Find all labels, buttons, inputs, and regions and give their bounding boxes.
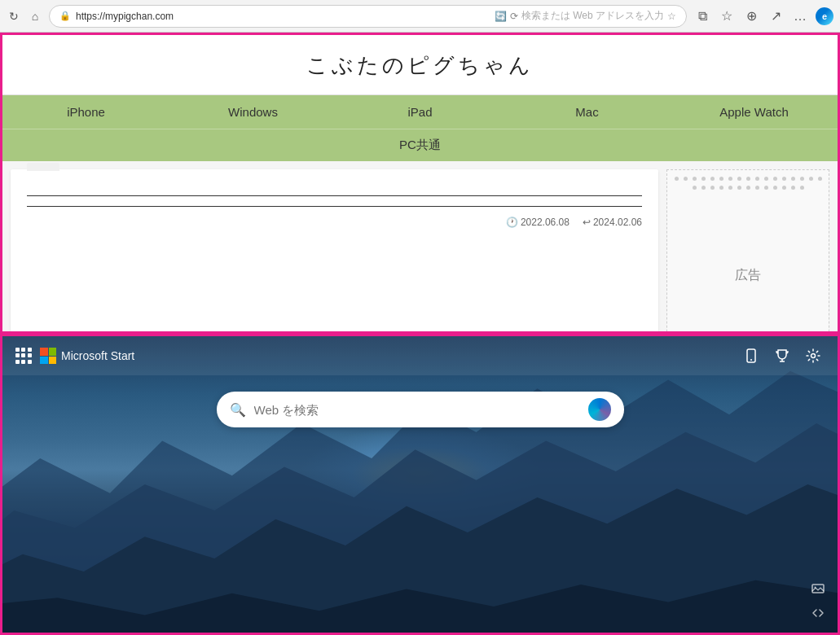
trophy-button[interactable] (771, 344, 794, 367)
edge-profile-icon[interactable]: e (816, 7, 833, 25)
ad-label-text: 広告 (735, 267, 761, 284)
grid-dot (21, 348, 25, 352)
clock-icon: 🕐 (506, 217, 518, 228)
ad-dot (719, 186, 723, 190)
ad-dot (710, 177, 715, 181)
history-icon: ↩ (583, 217, 591, 228)
ms-start-panel: Microsoft Start (0, 334, 840, 635)
address-bar[interactable]: 🔒 https://mypigchan.com 🔄 ⟳ 検索または Web アド… (49, 5, 687, 28)
browser-chrome: ↻ ⌂ 🔒 https://mypigchan.com 🔄 ⟳ 検索または We… (0, 0, 840, 33)
more-button[interactable]: … (791, 7, 809, 25)
phone-icon (744, 348, 759, 363)
grid-dot (15, 360, 20, 364)
split-view-button[interactable]: ⧉ (693, 7, 711, 25)
ad-dot (701, 186, 706, 190)
grid-dot (15, 353, 20, 357)
reload-button[interactable]: ↻ (7, 9, 21, 24)
reload-icon[interactable]: ⟳ (510, 11, 518, 22)
nav-row-1: iPhone Windows iPad Mac Apple Watch (2, 95, 838, 129)
apps-grid-button[interactable] (15, 348, 32, 364)
article-line-1 (27, 195, 642, 196)
lock-icon: 🔒 (59, 11, 71, 21)
ad-dot (773, 177, 777, 181)
search-icon: 🔍 (230, 402, 246, 418)
settings-button[interactable] (802, 344, 825, 367)
ad-dot (791, 177, 795, 181)
grid-dot (28, 348, 32, 352)
expand-button[interactable] (808, 603, 828, 623)
collections-button[interactable]: ⊕ (742, 7, 760, 25)
ad-dot (782, 177, 786, 181)
ad-dot (764, 186, 768, 190)
favorites-button[interactable]: ☆ (718, 7, 736, 25)
ad-dot (693, 186, 697, 190)
ad-dot (764, 177, 768, 181)
ad-dot (719, 177, 723, 181)
search-input[interactable] (254, 403, 580, 417)
share-button[interactable]: ↗ (767, 7, 785, 25)
ms-start-logo[interactable]: Microsoft Start (40, 348, 134, 364)
nav-item-ipad[interactable]: iPad (336, 95, 504, 129)
svg-rect-9 (812, 585, 824, 593)
article-meta: 🕐 2022.06.08 ↩ 2024.02.06 (27, 217, 642, 228)
main-area: こぶたのピグちゃん iPhone Windows iPad Mac Apple … (0, 33, 840, 635)
nav-item-mac[interactable]: Mac (504, 95, 671, 129)
svg-point-10 (815, 587, 816, 589)
ms-start-toolbar: Microsoft Start (2, 336, 838, 375)
grid-dot (21, 353, 25, 357)
grid-dot (15, 348, 20, 352)
ms-start-brand-label: Microsoft Start (61, 349, 134, 362)
grid-dot (21, 360, 25, 364)
ms-search-bar[interactable]: 🔍 (217, 392, 624, 427)
image-info-button[interactable] (808, 579, 828, 598)
logo-quad-1 (40, 348, 48, 356)
ad-dot (737, 186, 741, 190)
ad-dot (773, 186, 777, 190)
ad-dot (755, 186, 759, 190)
home-button[interactable]: ⌂ (28, 9, 42, 24)
svg-point-5 (750, 359, 752, 361)
article-created-date: 🕐 2022.06.08 (506, 217, 570, 228)
updated-date-text: 2024.02.06 (593, 217, 642, 228)
favorite-icon[interactable]: ☆ (667, 11, 676, 22)
site-nav: iPhone Windows iPad Mac Apple Watch PC共通 (2, 95, 838, 161)
content-main: 🕐 2022.06.08 ↩ 2024.02.06 (11, 169, 658, 334)
nav-row-2[interactable]: PC共通 (2, 129, 838, 161)
ad-dot (737, 177, 741, 181)
ad-dot (701, 177, 706, 181)
copilot-icon[interactable] (588, 398, 611, 421)
image-expand-icon (811, 581, 825, 596)
ad-dot (728, 186, 732, 190)
ms-bottom-right-controls (808, 579, 828, 623)
advertisement-block: 広告 (666, 169, 829, 334)
mountain-silhouette (2, 336, 838, 633)
ad-dot (746, 186, 750, 190)
ad-dot (800, 186, 804, 190)
ad-dot (728, 177, 732, 181)
article-line-2 (27, 206, 642, 207)
site-content: 🕐 2022.06.08 ↩ 2024.02.06 (2, 161, 838, 334)
tracking-icon[interactable]: 🔄 (495, 11, 507, 22)
ad-dot (710, 186, 715, 190)
logo-quad-3 (40, 357, 48, 365)
site-header: こぶたのピグちゃん (2, 35, 838, 95)
gear-icon (806, 348, 820, 363)
created-date-text: 2022.06.08 (521, 217, 570, 228)
url-text: https://mypigchan.com (76, 11, 490, 22)
expand-icon (811, 606, 825, 620)
nav-item-windows[interactable]: Windows (169, 95, 336, 129)
ad-dot (800, 177, 804, 181)
nav-item-iphone[interactable]: iPhone (2, 95, 169, 129)
ad-dot (755, 177, 759, 181)
svg-point-8 (811, 354, 816, 358)
phone-button[interactable] (740, 344, 763, 367)
ad-dot (746, 177, 750, 181)
ms-search-container: 🔍 (2, 392, 838, 427)
trophy-icon (775, 348, 789, 363)
address-bar-actions: 🔄 ⟳ 検索または Web アドレスを入力 ☆ (495, 9, 676, 23)
ad-dot (818, 177, 822, 181)
logo-quad-2 (49, 348, 57, 356)
ad-dot (693, 177, 697, 181)
ad-dot (675, 177, 679, 181)
nav-item-apple-watch[interactable]: Apple Watch (671, 95, 838, 129)
